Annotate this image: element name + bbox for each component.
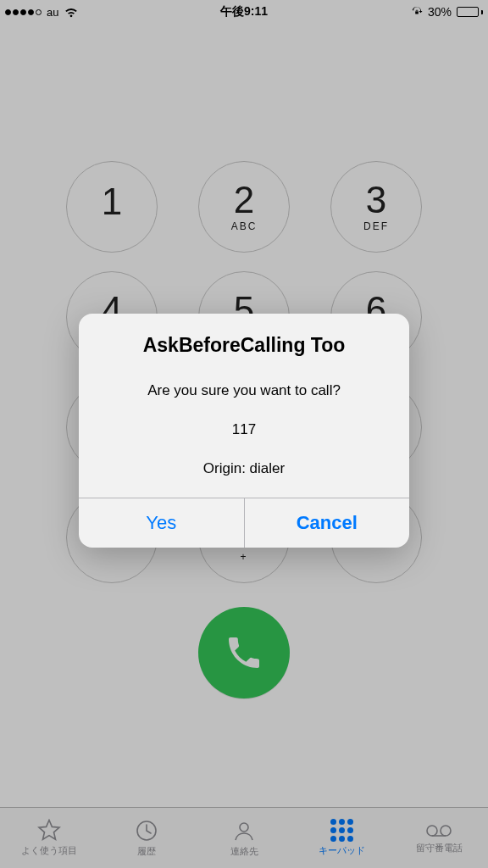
alert-title: AskBeforeCalling Too xyxy=(96,334,392,357)
alert-message: Are you sure you want to call? 117 Origi… xyxy=(96,362,392,479)
alert-dialog: AskBeforeCalling Too Are you sure you wa… xyxy=(79,314,409,548)
alert-cancel-button[interactable]: Cancel xyxy=(244,498,410,548)
alert-yes-button[interactable]: Yes xyxy=(79,498,244,548)
